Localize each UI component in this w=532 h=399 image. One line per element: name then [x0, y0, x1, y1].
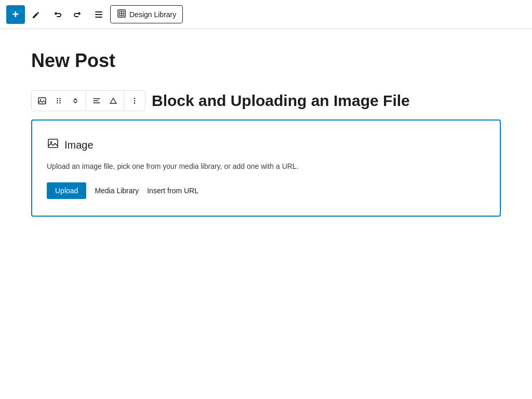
image-icon — [37, 96, 47, 105]
image-block: Image Upload an image file, pick one fro… — [31, 119, 501, 217]
top-toolbar: + Design Library — [0, 0, 532, 29]
image-type-button[interactable] — [34, 92, 50, 109]
chevron-updown-icon — [71, 97, 79, 105]
svg-point-6 — [57, 102, 58, 103]
hamburger-icon — [94, 10, 103, 19]
media-library-button[interactable]: Media Library — [95, 187, 139, 195]
move-up-down-button[interactable] — [67, 92, 84, 109]
pencil-icon — [32, 10, 41, 19]
block-toolbar-group-3 — [124, 91, 145, 111]
block-heading-text: Block and Uploading an Image File — [152, 92, 410, 110]
svg-point-4 — [57, 98, 58, 99]
svg-rect-2 — [38, 98, 46, 104]
block-toolbar-group-2 — [86, 91, 124, 111]
align-icon — [92, 97, 101, 105]
svg-point-9 — [59, 102, 60, 103]
post-title[interactable]: New Post — [31, 50, 501, 72]
svg-point-14 — [50, 141, 52, 143]
svg-point-10 — [134, 98, 136, 99]
drag-icon — [55, 97, 63, 105]
add-block-button[interactable]: + — [6, 5, 25, 24]
image-block-title: Image — [64, 139, 94, 151]
block-heading-row: Block and Uploading an Image File — [31, 90, 501, 111]
transform-button[interactable] — [105, 92, 122, 109]
redo-button[interactable] — [69, 5, 87, 24]
svg-point-7 — [59, 98, 60, 99]
design-library-icon — [117, 9, 126, 20]
svg-point-3 — [40, 99, 41, 100]
ellipsis-vertical-icon — [130, 97, 139, 105]
design-library-label: Design Library — [129, 10, 176, 19]
drag-handle-button[interactable] — [50, 92, 67, 109]
more-options-button[interactable] — [126, 92, 143, 109]
block-toolbar — [31, 90, 145, 111]
svg-point-12 — [134, 102, 136, 104]
image-block-header: Image — [47, 137, 485, 153]
upload-button[interactable]: Upload — [47, 182, 86, 199]
svg-rect-13 — [48, 139, 58, 148]
undo-icon — [52, 10, 62, 19]
align-button[interactable] — [88, 92, 105, 109]
design-library-button[interactable]: Design Library — [110, 5, 183, 23]
block-toolbar-group-1 — [32, 91, 86, 111]
main-content: New Post — [0, 29, 532, 232]
edit-button[interactable] — [27, 5, 46, 24]
svg-point-5 — [57, 100, 58, 101]
image-block-icon — [47, 137, 59, 153]
image-block-description: Upload an image file, pick one from your… — [47, 161, 485, 172]
svg-point-11 — [134, 100, 136, 102]
undo-button[interactable] — [48, 5, 66, 24]
svg-point-8 — [59, 100, 60, 101]
image-block-actions: Upload Media Library Insert from URL — [47, 182, 485, 199]
triangle-icon — [109, 97, 117, 105]
insert-url-button[interactable]: Insert from URL — [147, 187, 198, 195]
redo-icon — [73, 10, 83, 19]
menu-button[interactable] — [89, 5, 108, 24]
